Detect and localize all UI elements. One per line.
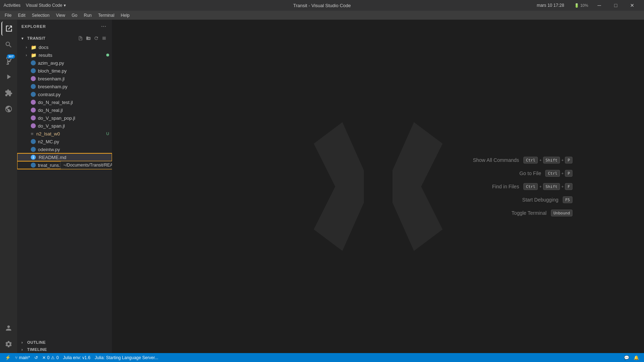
n2-lsat-file[interactable]: ≡ n2_lsat_w0 U [17,130,112,138]
n2-lsat-badge: U [106,132,109,136]
system-tray: 🔋 10% [574,3,588,8]
new-folder-button[interactable] [85,35,92,42]
minimize-button[interactable]: ─ [591,0,608,11]
readme-file[interactable]: i README.md ~/Documents/Transit/README.m… [17,153,112,161]
transit-folder-header[interactable]: ▾ TRANSIT [17,33,112,43]
branch-status-item[interactable]: ⑂ main* [13,353,32,362]
cmd-find-in-files-label: Find in Files [492,184,519,189]
jl-icon-do-n-real-test [31,100,36,105]
branch-name: main* [19,355,30,360]
plus-1: + [539,158,541,162]
md-icon-readme: i [31,155,36,160]
plus-5: + [561,184,564,189]
contrast-file[interactable]: contrast.py [17,90,112,98]
search-activity-icon[interactable] [1,38,16,52]
maximize-button[interactable]: □ [608,0,624,11]
title-bar-left: Activities Visual Studio Code ▾ [4,3,66,8]
jl-icon-do-v-span-pop [31,115,36,120]
cmd-start-debugging: Start Debugging F5 [473,196,572,203]
chat-status-item[interactable]: 💬 [622,355,631,360]
sidebar-more-button[interactable]: ··· [100,23,108,30]
do-n-real-file[interactable]: do_N_real.jl [17,106,112,114]
explorer-title: EXPLORER [21,24,46,29]
collapse-button[interactable] [101,35,108,42]
bresenham-py-name: bresenham.py [38,84,67,89]
menu-file[interactable]: File [2,12,14,19]
app-label[interactable]: Visual Studio Code ▾ [26,3,65,8]
source-control-icon[interactable]: 307 [1,54,16,68]
readme-name: README.md [39,155,66,160]
remote-status-item[interactable]: ⚡ [3,353,13,362]
results-folder[interactable]: › 📁 results [17,51,112,59]
chat-icon: 💬 [624,355,629,360]
py-icon-treat-runs [31,163,36,168]
ctrl-key-2: Ctrl [545,170,560,177]
close-button[interactable]: ✕ [624,0,640,11]
title-bar-right: mars 10 17:28 🔋 10% ─ □ ✕ [537,0,640,11]
sync-icon: ↺ [34,355,38,360]
cmd-show-all-commands-keys: Ctrl + Shift + P [523,157,572,163]
julia-env-status-item[interactable]: Julia env: v1.6 [61,353,93,362]
menu-run[interactable]: Run [81,12,94,19]
menu-go[interactable]: Go [69,12,80,19]
new-file-button[interactable] [77,35,84,42]
cmd-go-to-file-keys: Ctrl + P [545,170,572,177]
results-dot-badge [106,54,109,56]
error-count: 0 [47,355,50,360]
f5-key: F5 [563,196,572,203]
remote-icon: ⚡ [5,355,11,360]
branch-icon: ⑂ [15,355,18,360]
julia-status-item[interactable]: Julia: Starting Language Server... [93,353,160,362]
docs-folder[interactable]: › 📁 docs [17,43,112,51]
account-icon[interactable] [1,321,16,335]
run-debug-icon[interactable] [1,70,16,84]
jl-icon-do-v-span [31,123,36,128]
cmd-go-to-file: Go to File Ctrl + P [473,170,572,177]
do-v-span-file[interactable]: do_V_span.jl [17,122,112,130]
py-icon-odeintw [31,147,36,152]
menu-help[interactable]: Help [118,12,133,19]
source-control-badge: 307 [7,54,15,59]
cmd-start-debugging-label: Start Debugging [522,197,558,203]
bresenham-jl-file[interactable]: bresenham.jl [17,75,112,83]
extensions-icon[interactable] [1,86,16,100]
window-title: Transit - Visual Studio Code [293,3,351,8]
bell-status-item[interactable]: 🔔 [631,355,641,360]
sync-status-item[interactable]: ↺ [32,353,40,362]
cmd-find-in-files: Find in Files Ctrl + Shift + F [473,183,572,190]
outline-section[interactable]: › OUTLINE [17,339,112,346]
bresenham-py-file[interactable]: bresenham.py [17,83,112,90]
explorer-icon[interactable] [1,21,16,36]
welcome-commands: Show All Commands Ctrl + Shift + P Go to… [473,157,572,216]
remote-explorer-icon[interactable] [1,102,16,116]
timeline-chevron: › [21,348,26,352]
do-v-span-pop-file[interactable]: do_V_span_pop.jl [17,114,112,122]
menu-selection[interactable]: Selection [29,12,52,19]
refresh-button[interactable] [93,35,100,42]
menu-terminal[interactable]: Terminal [95,12,117,19]
activities-label[interactable]: Activities [4,3,20,8]
cmd-go-to-file-label: Go to File [519,170,541,176]
folder-actions [77,35,108,42]
bloch-time-file[interactable]: bloch_time.py [17,67,112,75]
n2-mc-file[interactable]: n2_MC.py [17,138,112,145]
ctrl-key-1: Ctrl [523,157,538,163]
cmd-start-debugging-keys: F5 [563,196,572,203]
azim-avg-name: azim_avg.py [38,60,64,66]
folder-chevron: ▾ [21,36,26,40]
do-n-real-test-file[interactable]: do_N_real_test.jl [17,98,112,106]
settings-icon[interactable] [1,337,16,351]
error-icon: ✕ [42,355,46,360]
main-layout: 307 [0,20,644,353]
n2-mc-name: n2_MC.py [38,139,59,144]
timeline-section[interactable]: › TIMELINE [17,346,112,353]
file-list: › 📁 docs › 📁 results azim_avg.py bloch_t… [17,43,112,339]
errors-status-item[interactable]: ✕ 0 ⚠ 0 [40,353,61,362]
odeintw-file[interactable]: odeintw.py [17,145,112,153]
menu-edit[interactable]: Edit [15,12,28,19]
azim-avg-file[interactable]: azim_avg.py [17,59,112,67]
warning-icon: ⚠ [51,355,55,360]
bresenham-jl-name: bresenham.jl [38,76,64,81]
plus-3: + [561,171,564,175]
menu-view[interactable]: View [53,12,68,19]
